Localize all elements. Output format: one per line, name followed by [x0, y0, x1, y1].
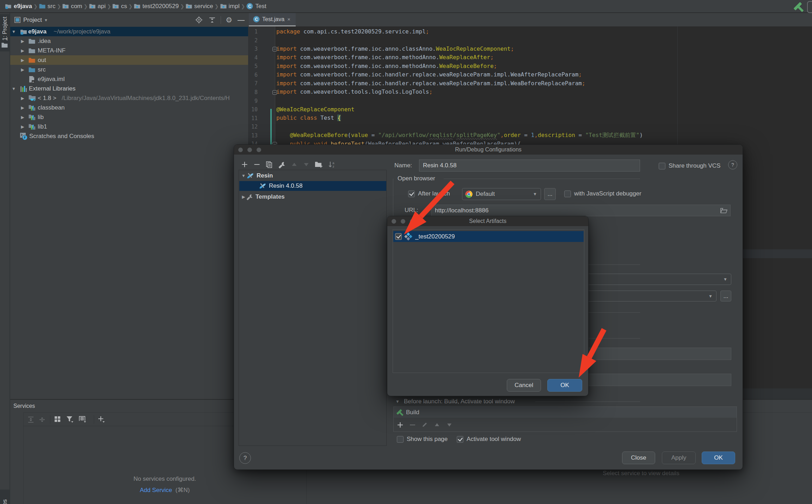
- ok-button[interactable]: OK: [702, 452, 735, 464]
- package-icon: [112, 4, 119, 9]
- fold-marker-icon[interactable]: [272, 47, 277, 51]
- browser-select[interactable]: Default ▼: [462, 188, 541, 200]
- services-panel-title[interactable]: Services: [13, 403, 35, 409]
- add-service-link[interactable]: Add Service: [140, 487, 172, 493]
- edit-defaults-icon[interactable]: [277, 160, 287, 169]
- ok-button[interactable]: OK: [547, 379, 582, 392]
- minimize-window-icon[interactable]: [401, 219, 405, 224]
- breadcrumb-api[interactable]: api: [89, 3, 106, 10]
- checkbox-unchecked-icon[interactable]: [659, 163, 665, 169]
- collapsed-arrow-icon[interactable]: ▶: [20, 48, 25, 53]
- cancel-button[interactable]: Cancel: [507, 379, 541, 392]
- remove-icon[interactable]: [252, 160, 262, 169]
- expand-all-icon[interactable]: [26, 415, 36, 424]
- hammer-icon[interactable]: [792, 1, 804, 13]
- tree-row-e9java[interactable]: ▼ e9java ~/work/project/e9java: [10, 27, 248, 36]
- tree-row-out[interactable]: ▶ out: [10, 55, 248, 65]
- tree-row-e9java-iml[interactable]: e9java.iml: [10, 74, 248, 84]
- breadcrumb-impl[interactable]: impl: [220, 3, 240, 10]
- collapse-all-icon[interactable]: [209, 17, 216, 24]
- editor-tab-test-java[interactable]: C Test.java ×: [249, 13, 296, 26]
- browse-button[interactable]: ...: [720, 291, 731, 301]
- toolwindow-button-project[interactable]: 1: Project: [0, 14, 10, 51]
- dialog-titlebar[interactable]: Select Artifacts: [387, 216, 588, 226]
- expanded-arrow-icon[interactable]: ▼: [11, 29, 16, 34]
- collapse-all-icon[interactable]: [37, 415, 47, 424]
- help-icon[interactable]: ?: [239, 452, 251, 464]
- collapsed-arrow-icon[interactable]: ▶: [20, 39, 25, 44]
- checkbox-unchecked-icon[interactable]: [564, 191, 571, 197]
- artifact-row-test20200529[interactable]: _test20200529: [393, 231, 584, 242]
- breadcrumb-src[interactable]: src: [39, 3, 56, 10]
- project-panel-title[interactable]: Project: [23, 17, 42, 24]
- browse-browser-button[interactable]: ...: [544, 188, 556, 200]
- tree-row-idea[interactable]: ▶ .idea: [10, 36, 248, 46]
- after-launch-checkbox-row[interactable]: After launch: [408, 190, 450, 197]
- tree-row-resin-group[interactable]: ▼ Resin: [239, 171, 386, 181]
- chevron-down-icon[interactable]: ▼: [44, 18, 48, 22]
- gear-icon[interactable]: ⚙: [226, 16, 232, 24]
- filter-icon[interactable]: [65, 415, 75, 424]
- task-row-build[interactable]: Build: [394, 407, 737, 418]
- collapsed-arrow-icon[interactable]: ▶: [20, 96, 25, 101]
- close-window-icon[interactable]: [392, 219, 396, 224]
- tree-row-external-libraries[interactable]: ▼ External Libraries: [10, 84, 248, 93]
- checkbox-unchecked-icon[interactable]: [397, 436, 404, 443]
- collapsed-arrow-icon[interactable]: ▶: [20, 58, 25, 63]
- breadcrumb-com[interactable]: com: [62, 3, 82, 10]
- tree-row-jdk[interactable]: ▶ < 1.8 > /Library/Java/JavaVirtualMachi…: [10, 93, 248, 103]
- hide-toolwindow-icon[interactable]: —: [238, 16, 245, 24]
- close-tab-icon[interactable]: ×: [287, 16, 290, 22]
- tree-row-meta-inf[interactable]: ▶ META-INF: [10, 46, 248, 55]
- tree-row-classbean[interactable]: ▶ classbean: [10, 103, 248, 112]
- collapsed-arrow-icon[interactable]: ▶: [20, 67, 25, 72]
- copy-icon[interactable]: [265, 160, 274, 169]
- with-js-debugger-checkbox-row[interactable]: with JavaScript debugger: [564, 190, 641, 197]
- share-vcs-checkbox-row[interactable]: Share through VCS: [659, 162, 720, 169]
- browse-folder-icon[interactable]: [720, 208, 727, 213]
- zoom-window-icon[interactable]: [257, 148, 261, 152]
- url-input[interactable]: http://localhost:8886: [431, 205, 731, 216]
- checkbox-checked-icon[interactable]: [457, 436, 463, 443]
- tree-row-src[interactable]: ▶ src: [10, 65, 248, 74]
- apply-button[interactable]: Apply: [662, 452, 696, 464]
- expanded-arrow-icon[interactable]: ▼: [241, 173, 246, 178]
- add-service-icon[interactable]: [97, 415, 106, 424]
- name-input[interactable]: Resin 4.0.58: [419, 160, 640, 172]
- show-this-page-checkbox-row[interactable]: Show this page: [397, 436, 448, 443]
- checkbox-checked-icon[interactable]: [395, 233, 402, 240]
- fold-marker-icon[interactable]: [272, 90, 277, 95]
- open-in-new-tab-icon[interactable]: [78, 415, 88, 424]
- close-button[interactable]: Close: [622, 452, 655, 464]
- activate-tool-window-checkbox-row[interactable]: Activate tool window: [457, 436, 521, 443]
- collapsed-arrow-icon[interactable]: ▶: [20, 124, 25, 129]
- close-window-icon[interactable]: [238, 148, 243, 152]
- expanded-arrow-icon[interactable]: ▼: [11, 86, 16, 91]
- tree-row-templates[interactable]: ▶ Templates: [239, 192, 386, 202]
- help-icon[interactable]: ?: [728, 160, 737, 169]
- breadcrumb-test20200529[interactable]: test20200529: [134, 3, 179, 10]
- tree-row-resin-4058[interactable]: Resin 4.0.58: [239, 181, 386, 191]
- new-folder-icon[interactable]: [314, 160, 324, 169]
- add-icon[interactable]: [240, 160, 249, 169]
- breadcrumb-service[interactable]: service: [186, 3, 213, 10]
- breadcrumb-project[interactable]: e9java: [5, 3, 32, 10]
- tree-row-scratches[interactable]: Scratches and Consoles: [10, 131, 248, 141]
- group-by-icon[interactable]: [53, 415, 63, 424]
- minimize-window-icon[interactable]: [247, 148, 252, 152]
- add-icon[interactable]: [395, 420, 405, 429]
- tree-row-lib[interactable]: ▶ lib: [10, 112, 248, 122]
- collapsed-arrow-icon[interactable]: ▶: [241, 194, 246, 199]
- expanded-arrow-icon[interactable]: ▼: [395, 399, 400, 404]
- locate-file-icon[interactable]: [195, 16, 203, 24]
- toolwindow-button-services[interactable]: Services: [0, 490, 10, 504]
- dialog-titlebar[interactable]: Run/Debug Configurations: [234, 145, 743, 155]
- tree-row-lib1[interactable]: ▶ lib1: [10, 122, 248, 131]
- run-configuration-button[interactable]: [807, 1, 812, 13]
- zoom-window-icon[interactable]: [410, 219, 414, 224]
- collapsed-arrow-icon[interactable]: ▶: [20, 105, 25, 110]
- breadcrumb-test-class[interactable]: C Test: [246, 3, 266, 10]
- breadcrumb-cs[interactable]: cs: [112, 3, 127, 10]
- checkbox-checked-icon[interactable]: [408, 191, 415, 197]
- collapsed-arrow-icon[interactable]: ▶: [20, 115, 25, 120]
